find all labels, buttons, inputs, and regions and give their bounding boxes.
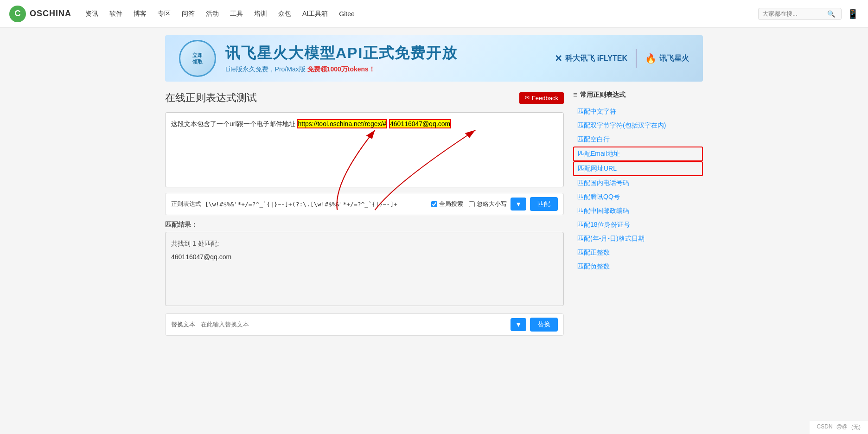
replace-row: 替换文本 ▼ 替换 — [165, 313, 564, 336]
nav-item-ai[interactable]: AI工具箱 — [302, 10, 328, 18]
nav-item-news[interactable]: 资讯 — [85, 10, 98, 18]
text-input-area: 这段文本包含了一个url跟一个电子邮件地址 https://tool.oschi… — [165, 112, 564, 187]
result-match: 460116047@qq.com — [171, 251, 558, 263]
logo-link[interactable]: C OSCHINA — [9, 6, 71, 22]
banner-inner[interactable]: 立即 领取 讯飞星火大模型API正式免费开放 Lite版永久免费，Pro/Max… — [165, 35, 703, 82]
checkbox-case-input[interactable] — [469, 201, 475, 207]
banner: 立即 领取 讯飞星火大模型API正式免费开放 Lite版永久免费，Pro/Max… — [156, 28, 712, 82]
nav-item-blog[interactable]: 博客 — [134, 10, 147, 18]
result-section: 匹配结果： 共找到 1 处匹配: 460116047@qq.com — [165, 221, 564, 306]
result-label: 匹配结果： — [165, 221, 564, 229]
sidebar-link-7[interactable]: 匹配中国邮政编码 — [573, 204, 703, 218]
sidebar-link-10[interactable]: 匹配正整数 — [573, 246, 703, 260]
banner-right: ✕ 科大讯飞 iFLYTEK 🔥 讯飞星火 — [555, 49, 689, 68]
text-prefix: 这段文本包含了一个url跟一个电子邮件地址 — [171, 120, 297, 128]
sidebar-link-5[interactable]: 匹配国内电话号码 — [573, 176, 703, 190]
sidebar-title: ≡ 常用正则表达式 — [573, 91, 703, 99]
nav-item-crowdsource[interactable]: 众包 — [278, 10, 291, 18]
search-box[interactable]: 🔍 — [758, 8, 842, 20]
search-input[interactable] — [762, 10, 827, 17]
checkbox-group: 全局搜索 忽略大小写 — [431, 200, 507, 208]
text-email-highlight: 460116047@qq.com — [389, 119, 451, 128]
nav-item-qa[interactable]: 问答 — [182, 10, 195, 18]
ifly-icon: ✕ — [555, 53, 562, 64]
checkbox-global[interactable]: 全局搜索 — [431, 200, 463, 208]
brand-divider — [636, 49, 637, 68]
sidebar-link-11[interactable]: 匹配负整数 — [573, 260, 703, 274]
banner-left: 立即 领取 讯飞星火大模型API正式免费开放 Lite版永久免费，Pro/Max… — [179, 40, 458, 77]
search-icon[interactable]: 🔍 — [827, 10, 835, 18]
nav-item-zone[interactable]: 专区 — [158, 10, 171, 18]
result-count: 共找到 1 处匹配: — [171, 238, 558, 249]
sidebar-link-8[interactable]: 匹配18位身份证号 — [573, 218, 703, 232]
banner-badge: 立即 领取 — [179, 40, 216, 77]
checkbox-case[interactable]: 忽略大小写 — [469, 200, 507, 208]
mobile-icon[interactable]: 📱 — [847, 8, 859, 19]
main-content: 在线正则表达式测试 ✉ Feedback 这段文本包含了一个url跟一个电子邮件… — [156, 82, 712, 345]
text-url-highlight: https://tool.oschina.net/regex/# — [297, 119, 387, 128]
replace-button[interactable]: 替换 — [530, 318, 558, 332]
sidebar-link-4[interactable]: 匹配网址URL — [573, 161, 703, 176]
nav-item-tools[interactable]: 工具 — [230, 10, 243, 18]
sidebar-link-2[interactable]: 匹配空白行 — [573, 133, 703, 147]
logo-icon: C — [9, 6, 26, 22]
regex-dropdown-button[interactable]: ▼ — [511, 198, 526, 211]
sidebar-link-1[interactable]: 匹配双字节字符(包括汉字在内) — [573, 119, 703, 133]
banner-title: 讯飞星火大模型API正式免费开放 — [225, 43, 458, 64]
page-title-row: 在线正则表达式测试 ✉ Feedback — [165, 91, 564, 105]
regex-input[interactable] — [205, 201, 428, 208]
replace-dropdown-button[interactable]: ▼ — [511, 318, 526, 331]
envelope-icon: ✉ — [525, 95, 530, 101]
regex-row: 正则表达式 全局搜索 忽略大小写 ▼ 匹配 — [165, 193, 564, 215]
replace-label: 替换文本 — [171, 320, 195, 329]
right-sidebar: ≡ 常用正则表达式 匹配中文字符匹配双字节字符(包括汉字在内)匹配空白行匹配Em… — [573, 91, 703, 336]
banner-subtitle: Lite版永久免费，Pro/Max版 免费领1000万tokens！ — [225, 65, 458, 74]
sidebar-link-6[interactable]: 匹配腾讯QQ号 — [573, 190, 703, 204]
nav-item-gitee[interactable]: Gitee — [339, 10, 354, 18]
text-display[interactable]: 这段文本包含了一个url跟一个电子邮件地址 https://tool.oschi… — [166, 113, 563, 187]
spark-icon: 🔥 — [645, 53, 657, 64]
brand-ifly: ✕ 科大讯飞 iFLYTEK — [555, 53, 627, 64]
result-content: 共找到 1 处匹配: 460116047@qq.com — [165, 232, 564, 306]
checkbox-global-input[interactable] — [431, 201, 437, 207]
banner-main-text: 讯飞星火大模型API正式免费开放 Lite版永久免费，Pro/Max版 免费领1… — [225, 43, 458, 74]
header: C OSCHINA 资讯 软件 博客 专区 问答 活动 工具 培训 众包 AI工… — [0, 0, 868, 28]
list-icon: ≡ — [573, 91, 577, 99]
nav-item-activity[interactable]: 活动 — [206, 10, 219, 18]
sidebar-links: 匹配中文字符匹配双字节字符(包括汉字在内)匹配空白行匹配Email地址匹配网址U… — [573, 105, 703, 274]
sidebar-link-9[interactable]: 匹配(年-月-日)格式日期 — [573, 232, 703, 246]
replace-input[interactable] — [199, 320, 507, 329]
nav-item-training[interactable]: 培训 — [254, 10, 267, 18]
brand-spark: 🔥 讯飞星火 — [645, 53, 689, 64]
left-panel: 在线正则表达式测试 ✉ Feedback 这段文本包含了一个url跟一个电子邮件… — [165, 91, 564, 336]
main-nav: 资讯 软件 博客 专区 问答 活动 工具 培训 众包 AI工具箱 Gitee — [85, 10, 758, 18]
logo-text: OSCHINA — [30, 9, 71, 19]
sidebar-link-3[interactable]: 匹配Email地址 — [573, 147, 703, 161]
match-button[interactable]: 匹配 — [530, 197, 558, 211]
feedback-button[interactable]: ✉ Feedback — [519, 92, 564, 104]
banner-badge-text: 立即 领取 — [192, 52, 203, 65]
regex-label: 正则表达式 — [171, 200, 201, 208]
nav-item-software[interactable]: 软件 — [109, 10, 122, 18]
header-right: 🔍 📱 — [758, 8, 859, 20]
page-title: 在线正则表达式测试 — [165, 91, 257, 105]
sidebar-link-0[interactable]: 匹配中文字符 — [573, 105, 703, 119]
